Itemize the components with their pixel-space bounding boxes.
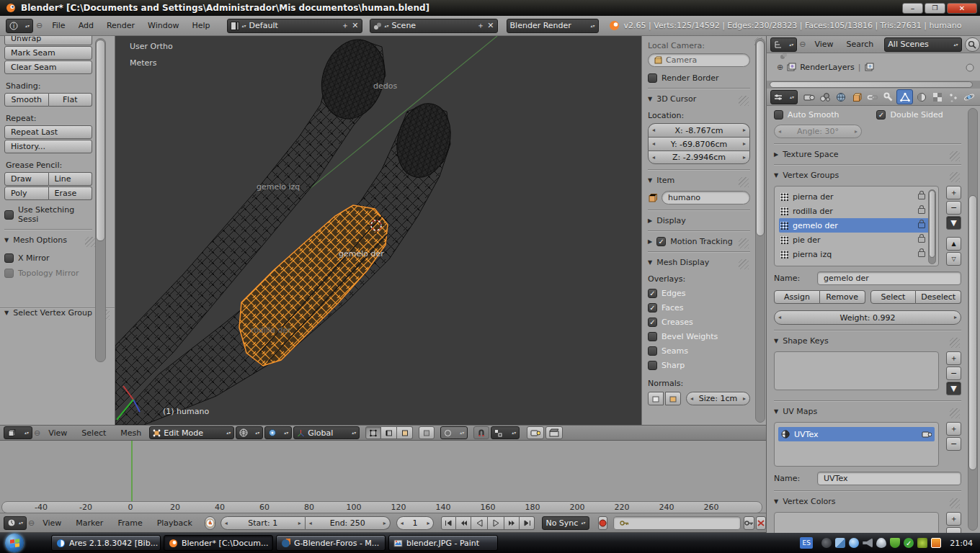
overlay-sharp-checkbox[interactable] xyxy=(648,361,657,370)
vertex-groups-scrollbar[interactable] xyxy=(928,189,936,264)
delete-keyframe-button[interactable] xyxy=(756,516,766,530)
uv-render-camera-icon[interactable] xyxy=(922,430,932,439)
taskbar-task-ares[interactable]: Ares 2.1.8.3042 [Bib... xyxy=(51,535,161,551)
menu-window[interactable]: Window xyxy=(141,21,185,30)
proportional-edit-selector[interactable]: ▴▾ xyxy=(440,426,468,439)
overlay-faces-checkbox[interactable]: ✓ xyxy=(648,303,657,313)
mesh-display-panel-header[interactable]: ▼Mesh Display xyxy=(648,258,750,267)
timeline-menu-view[interactable]: View xyxy=(36,518,68,528)
taskbar-task-blender[interactable]: Blender* [C:\Docum... xyxy=(164,535,273,551)
lock-icon[interactable] xyxy=(918,208,925,214)
close-button[interactable]: ✕ xyxy=(947,3,977,14)
editor-type-selector[interactable]: i ▴▾ xyxy=(6,19,33,33)
motion-tracking-checkbox[interactable]: ✓ xyxy=(656,237,666,246)
menu-help[interactable]: Help xyxy=(185,21,216,30)
uv-maps-panel-header[interactable]: ▼UV Maps xyxy=(774,407,961,416)
current-frame-field[interactable]: ◂1▸ xyxy=(396,516,435,530)
vertex-group-move-up-button[interactable]: ▲ xyxy=(946,237,961,251)
outliner-hscrollbar[interactable] xyxy=(766,81,980,89)
language-indicator[interactable]: ES xyxy=(800,537,813,549)
uv-map-row-selected[interactable]: UVTex xyxy=(778,427,935,441)
scene-close-icon[interactable]: ✕ xyxy=(487,21,494,30)
overlay-edges-checkbox[interactable]: ✓ xyxy=(648,289,657,298)
double-sided-checkbox[interactable]: ✓ xyxy=(876,110,886,120)
vertex-colors-list[interactable] xyxy=(774,512,939,533)
expand-icon[interactable]: ⊕ xyxy=(777,63,783,72)
uv-map-remove-button[interactable]: − xyxy=(946,437,961,451)
uv-name-field[interactable]: UVTex xyxy=(817,472,961,485)
shape-key-specials-button[interactable]: ▼ xyxy=(946,382,961,395)
select-menu[interactable]: Select xyxy=(75,428,112,438)
shade-flat-button[interactable]: Flat xyxy=(49,93,93,107)
vertex-group-row[interactable]: pierna der xyxy=(779,189,935,204)
properties-scrollbar[interactable] xyxy=(968,108,978,531)
properties-editor-selector[interactable]: ▴▾ xyxy=(770,90,798,104)
vertex-normals-toggle[interactable] xyxy=(665,392,681,405)
jump-to-end-button[interactable] xyxy=(520,516,535,530)
vertex-group-add-button[interactable]: ＋ xyxy=(946,186,961,199)
auto-keyframe-button[interactable] xyxy=(205,516,215,530)
mode-selector[interactable]: Edit Mode▴▾ xyxy=(149,426,234,439)
collapse-menus-icon[interactable]: ⊖ xyxy=(36,21,43,30)
remove-button[interactable]: Remove xyxy=(820,290,865,304)
tab-world[interactable] xyxy=(833,90,848,104)
daemon-tray-icon[interactable] xyxy=(876,538,886,548)
shape-key-add-button[interactable]: ＋ xyxy=(946,351,961,365)
taskbar-task-paint[interactable]: blender.JPG - Paint xyxy=(388,535,498,551)
tab-particles[interactable] xyxy=(945,90,961,104)
topology-mirror-checkbox[interactable] xyxy=(4,269,14,278)
opengl-render-button[interactable] xyxy=(527,426,544,439)
viewport-editor-selector[interactable]: ▴▾ xyxy=(4,426,32,439)
viewport-3d[interactable]: User Ortho Meters dedos gemelo izq gemel… xyxy=(115,36,641,425)
outliner-row-renderlayers[interactable]: ⊕ RenderLayers | xyxy=(777,63,980,72)
timeline-editor-selector[interactable]: ▴▾ xyxy=(4,516,27,530)
layout-close-icon[interactable]: ✕ xyxy=(352,21,358,30)
gp-poly-button[interactable]: Poly xyxy=(4,186,49,200)
frame-end-field[interactable]: ◂End: 250▸ xyxy=(306,516,391,530)
3d-cursor-panel-header[interactable]: ▼3D Cursor xyxy=(648,94,750,104)
camera-field[interactable]: Camera xyxy=(648,53,750,67)
history-button[interactable]: History... xyxy=(4,140,92,153)
vg-name-field[interactable]: gemelo der xyxy=(817,271,961,285)
panel-drag-corner[interactable] xyxy=(85,237,95,247)
jump-to-start-button[interactable] xyxy=(441,516,456,530)
select-button[interactable]: Select xyxy=(870,290,917,304)
tab-object[interactable] xyxy=(849,90,864,104)
outliner-search-button[interactable] xyxy=(965,37,980,52)
snap-element-selector[interactable]: ▴▾ xyxy=(491,426,520,439)
menu-add[interactable]: Add xyxy=(72,21,100,30)
gp-line-button[interactable]: Line xyxy=(49,172,93,186)
pivot-selector[interactable]: ▴▾ xyxy=(264,426,292,439)
snap-toggle-button[interactable] xyxy=(473,426,489,439)
n-panel-scrollbar[interactable] xyxy=(755,38,765,423)
prev-keyframe-button[interactable] xyxy=(456,516,471,530)
tab-material[interactable] xyxy=(914,90,929,104)
orientation-selector[interactable]: Global▴▾ xyxy=(293,426,360,439)
volume-tray-icon[interactable] xyxy=(863,538,873,548)
timeline-menu-playback[interactable]: Playback xyxy=(151,518,199,528)
frame-start-field[interactable]: ◂Start: 1▸ xyxy=(220,516,306,530)
shape-keys-panel-header[interactable]: ▼Shape Keys xyxy=(774,336,961,346)
cursor-y-field[interactable]: ◂Y: -69.8706cm▸ xyxy=(648,137,750,150)
assign-button[interactable]: Assign xyxy=(774,290,820,304)
vertex-groups-panel-header[interactable]: ▼Vertex Groups xyxy=(774,171,961,180)
face-normals-toggle[interactable] xyxy=(648,392,664,405)
insert-keyframe-button[interactable] xyxy=(744,516,754,530)
cursor-z-field[interactable]: ◂Z: -2.9946cm▸ xyxy=(648,150,750,164)
face-select-mode-button[interactable] xyxy=(397,426,413,439)
menu-file[interactable]: File xyxy=(45,21,71,30)
cursor-x-field[interactable]: ◂X: -8.767cm▸ xyxy=(648,123,750,137)
limit-selection-visible-button[interactable] xyxy=(419,426,435,439)
texture-space-panel-header[interactable]: ▶Texture Space xyxy=(774,150,961,159)
mark-seam-button[interactable]: Mark Seam xyxy=(4,46,92,60)
shape-keys-list[interactable] xyxy=(774,351,939,390)
normals-size-field[interactable]: ◂Size: 1cm▸ xyxy=(686,392,750,405)
overlay-creases-checkbox[interactable]: ✓ xyxy=(648,318,657,327)
outliner-scope-selector[interactable]: All Scenes▴▾ xyxy=(884,37,961,52)
shade-smooth-button[interactable]: Smooth xyxy=(4,93,49,107)
play-reverse-button[interactable] xyxy=(471,516,488,530)
vertex-color-remove-button[interactable]: − xyxy=(946,527,961,533)
collapse-menus-icon[interactable]: ⊖ xyxy=(799,40,806,49)
timeline-menu-marker[interactable]: Marker xyxy=(69,518,110,528)
timeline-ruler[interactable]: -40 -20 0 20 40 60 80 100 120 140 160 18… xyxy=(0,441,766,513)
